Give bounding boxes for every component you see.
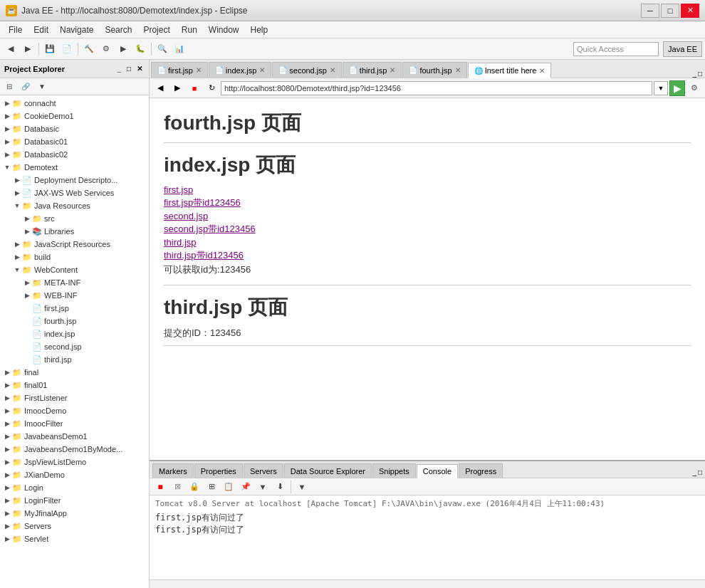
- sidebar-collapse-all[interactable]: ⊟: [1, 79, 17, 95]
- tree-item[interactable]: 📄 fourth.jsp: [0, 315, 149, 327]
- menu-navigate[interactable]: Navigate: [54, 23, 99, 36]
- tree-item[interactable]: ▶ 📁 connacht: [0, 97, 149, 110]
- url-dropdown[interactable]: ▼: [654, 81, 668, 95]
- tree-item[interactable]: ▼ 📁 Java Resources: [0, 199, 149, 212]
- toolbar-new[interactable]: 📄: [59, 41, 75, 57]
- tree-item[interactable]: ▶ 📁 Databasic01: [0, 135, 149, 148]
- sidebar-link-editor[interactable]: 🔗: [18, 79, 33, 95]
- editor-area-maximize[interactable]: □: [698, 70, 702, 78]
- console-btn4[interactable]: ⊞: [204, 479, 219, 495]
- tree-item[interactable]: ▼ 📁 Demotext: [0, 161, 149, 174]
- browser-reload[interactable]: ↻: [204, 80, 219, 96]
- editor-tab-second.jsp[interactable]: 📄second.jsp✕: [272, 62, 342, 78]
- tree-item[interactable]: ▶ 📁 src: [0, 212, 149, 225]
- tree-item[interactable]: ▶ 📁 JavabeansDemo1ByMode...: [0, 443, 149, 456]
- tree-item[interactable]: ▶ 📁 META-INF: [0, 276, 149, 289]
- bottom-tab-progress[interactable]: Progress: [459, 463, 503, 478]
- bottom-scrollbar[interactable]: [150, 579, 705, 588]
- tree-item[interactable]: ▶ 📁 Login: [0, 481, 149, 494]
- maximize-button[interactable]: □: [661, 4, 679, 18]
- tree-item[interactable]: ▶ 📄 Deployment Descripto...: [0, 174, 149, 187]
- menu-help[interactable]: Help: [245, 23, 274, 36]
- url-bar[interactable]: http://localhost:8080/Demotext/third.jsp…: [221, 81, 652, 95]
- tree-item[interactable]: ▶ 📁 FirstListener: [0, 392, 149, 404]
- toolbar-back[interactable]: ◀: [3, 41, 19, 57]
- toolbar-btn4[interactable]: 🐛: [132, 41, 148, 57]
- browser-stop[interactable]: ■: [187, 80, 202, 96]
- toolbar-btn6[interactable]: 📊: [172, 41, 187, 57]
- toolbar-btn2[interactable]: ⚙: [98, 41, 114, 57]
- sidebar-close[interactable]: ✕: [135, 64, 145, 73]
- editor-tab-index.jsp[interactable]: 📄index.jsp✕: [209, 62, 271, 78]
- tree-item[interactable]: 📄 third.jsp: [0, 353, 149, 366]
- tree-item[interactable]: ▶ 📄 JAX-WS Web Services: [0, 187, 149, 199]
- tree-item[interactable]: ▶ 📁 MyJfinalApp: [0, 507, 149, 520]
- tab-close-button[interactable]: ✕: [196, 66, 202, 74]
- browser-settings[interactable]: ⚙: [686, 80, 702, 96]
- console-btn7[interactable]: ▼: [255, 479, 271, 495]
- toolbar-btn3[interactable]: ▶: [115, 41, 131, 57]
- tree-item[interactable]: ▶ 📁 Databasic: [0, 122, 149, 135]
- tree-item[interactable]: ▶ 📁 CookieDemo1: [0, 110, 149, 122]
- console-menu[interactable]: ▼: [294, 479, 310, 495]
- bottom-tab-markers[interactable]: Markers: [152, 463, 194, 478]
- tree-item[interactable]: ▶ 📁 ImoocFilter: [0, 417, 149, 430]
- editor-tab-fourth.jsp[interactable]: 📄fourth.jsp✕: [402, 62, 466, 78]
- page-link[interactable]: first.jsp带id123456: [164, 196, 691, 209]
- menu-run[interactable]: Run: [176, 23, 203, 36]
- toolbar-save[interactable]: 💾: [42, 41, 58, 57]
- page-link[interactable]: second.jsp带id123456: [164, 223, 691, 236]
- editor-tab-first.jsp[interactable]: 📄first.jsp✕: [151, 62, 208, 78]
- tree-item[interactable]: ▶ 📁 Servlet: [0, 532, 149, 545]
- tab-close-button[interactable]: ✕: [455, 66, 461, 74]
- console-btn8[interactable]: ⬇: [272, 479, 288, 495]
- console-pin[interactable]: 📌: [238, 479, 254, 495]
- tree-item[interactable]: ▶ 📁 WEB-INF: [0, 289, 149, 302]
- close-button[interactable]: ✕: [681, 4, 699, 18]
- bottom-tab-snippets[interactable]: Snippets: [372, 463, 416, 478]
- sidebar-menu[interactable]: ▼: [34, 79, 50, 95]
- bottom-tab-servers[interactable]: Servers: [244, 463, 283, 478]
- tree-item[interactable]: ▶ 📁 JspViewListDemo: [0, 456, 149, 468]
- tree-item[interactable]: ▶ 📁 Databasic02: [0, 148, 149, 161]
- page-link[interactable]: first.jsp: [164, 184, 691, 195]
- tree-item[interactable]: 📄 first.jsp: [0, 302, 149, 315]
- bottom-tab-properties[interactable]: Properties: [194, 463, 243, 478]
- editor-tab-third.jsp[interactable]: 📄third.jsp✕: [343, 62, 402, 78]
- toolbar-btn1[interactable]: 🔨: [81, 41, 97, 57]
- minimize-button[interactable]: ─: [641, 4, 659, 18]
- tree-item[interactable]: ▶ 📁 LoginFilter: [0, 494, 149, 507]
- perspective-button[interactable]: Java EE: [663, 41, 702, 57]
- editor-area-minimize[interactable]: _: [692, 70, 696, 78]
- browser-forward[interactable]: ▶: [169, 80, 185, 96]
- page-link[interactable]: second.jsp: [164, 211, 691, 221]
- console-clear[interactable]: ■: [152, 479, 168, 495]
- toolbar-forward[interactable]: ▶: [20, 41, 36, 57]
- tab-close-button[interactable]: ✕: [539, 67, 545, 75]
- bottom-panel-minimize[interactable]: _: [692, 468, 696, 476]
- go-button[interactable]: ▶: [669, 80, 685, 96]
- menu-edit[interactable]: Edit: [28, 23, 54, 36]
- tree-item[interactable]: ▶ 📚 Libraries: [0, 225, 149, 238]
- sidebar-maximize[interactable]: □: [125, 64, 133, 73]
- tab-close-button[interactable]: ✕: [330, 66, 335, 74]
- tree-item[interactable]: ▶ 📁 JavaScript Resources: [0, 238, 149, 251]
- quick-access-input[interactable]: Quick Access: [573, 42, 659, 56]
- browser-back[interactable]: ◀: [152, 80, 168, 96]
- menu-file[interactable]: File: [3, 23, 28, 36]
- console-btn5[interactable]: 📋: [221, 479, 236, 495]
- menu-project[interactable]: Project: [137, 23, 175, 36]
- tree-item[interactable]: ▶ 📁 final01: [0, 379, 149, 392]
- bottom-panel-maximize[interactable]: □: [698, 468, 702, 476]
- tree-item[interactable]: ▼ 📁 WebContent: [0, 263, 149, 276]
- tree-item[interactable]: ▶ 📁 Servers: [0, 520, 149, 532]
- tab-close-button[interactable]: ✕: [390, 66, 395, 74]
- menu-search[interactable]: Search: [99, 23, 137, 36]
- console-scroll-lock[interactable]: 🔒: [187, 479, 202, 495]
- page-link[interactable]: third.jsp: [164, 237, 691, 248]
- bottom-tab-console[interactable]: Console: [417, 464, 458, 478]
- page-link[interactable]: third.jsp带id123456: [164, 249, 691, 262]
- menu-window[interactable]: Window: [203, 23, 245, 36]
- tree-item[interactable]: ▶ 📁 JXianDemo: [0, 468, 149, 481]
- tree-item[interactable]: 📄 index.jsp: [0, 327, 149, 340]
